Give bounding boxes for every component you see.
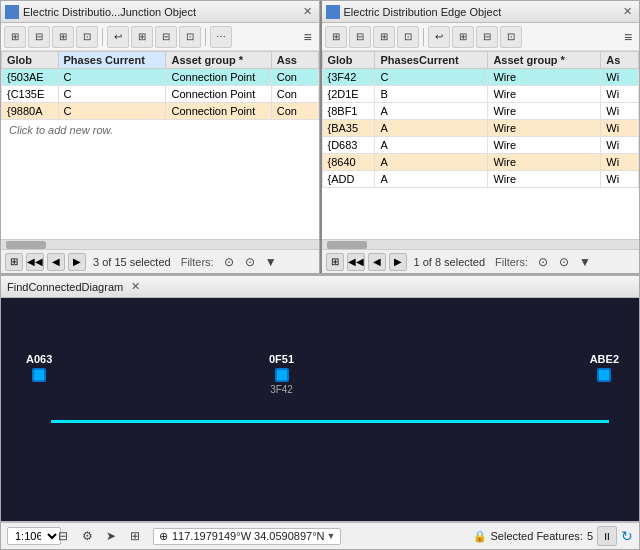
left-cell-asset-1: Connection Point (166, 69, 271, 86)
left-tb-btn-5[interactable]: ↩ (107, 26, 129, 48)
right-row-5[interactable]: {D683 A Wire Wi (322, 137, 639, 154)
navigate-icon[interactable]: ➤ (101, 526, 121, 546)
right-table: Glob PhasesCurrent Asset group * As {3F4… (322, 51, 640, 188)
diagram-panel: FindConnectedDiagram ✕ A063 0F51 3F42 AB… (0, 275, 640, 550)
tools-icon[interactable]: ⚙ (77, 526, 97, 546)
right-panel-close[interactable]: ✕ (620, 5, 635, 18)
bookmark-icon[interactable]: ⊟ (53, 526, 73, 546)
right-tb-menu[interactable]: ≡ (620, 26, 636, 48)
left-cell-ass-1: Con (271, 69, 318, 86)
right-col-ass[interactable]: As (601, 52, 639, 69)
node-0F51-box (275, 368, 289, 382)
left-tb-btn-6[interactable]: ⊞ (131, 26, 153, 48)
diagram-title: FindConnectedDiagram (7, 281, 123, 293)
right-cell-ass-3: Wi (601, 103, 639, 120)
refresh-icon[interactable]: ↻ (621, 528, 633, 544)
left-row-2[interactable]: {C135E C Connection Point Con (2, 86, 319, 103)
right-tb-btn-7[interactable]: ⊟ (476, 26, 498, 48)
right-panel-icon (326, 5, 340, 19)
node-A063[interactable]: A063 (26, 353, 52, 382)
right-panel-title: Electric Distribution Edge Object (344, 6, 621, 18)
right-cell-asset-6: Wire (488, 154, 601, 171)
left-tb-btn-9[interactable]: ⋯ (210, 26, 232, 48)
right-cell-ass-1: Wi (601, 69, 639, 86)
node-ABE2[interactable]: ABE2 (590, 353, 619, 382)
left-row-3[interactable]: {9880A C Connection Point Con (2, 103, 319, 120)
right-col-phases[interactable]: PhasesCurrent (375, 52, 488, 69)
left-view-btn[interactable]: ⊞ (5, 253, 23, 271)
pause-button[interactable]: ⏸ (597, 526, 617, 546)
right-cell-phase-6: A (375, 154, 488, 171)
left-filter-btn-2[interactable]: ⊙ (241, 253, 259, 271)
right-row-2[interactable]: {2D1E B Wire Wi (322, 86, 639, 103)
left-cell-phase-1: C (58, 69, 166, 86)
left-statusbar: ⊞ ◀◀ ◀ ▶ 3 of 15 selected Filters: ⊙ ⊙ ▼ (1, 249, 319, 273)
left-tb-menu[interactable]: ≡ (300, 26, 316, 48)
left-add-row-hint[interactable]: Click to add new row. (1, 120, 319, 140)
right-next-btn[interactable]: ▶ (389, 253, 407, 271)
right-cell-asset-3: Wire (488, 103, 601, 120)
right-view-btn[interactable]: ⊞ (326, 253, 344, 271)
left-panel-close[interactable]: ✕ (300, 5, 315, 18)
left-cell-asset-2: Connection Point (166, 86, 271, 103)
left-tb-btn-2[interactable]: ⊟ (28, 26, 50, 48)
left-cell-glob-2: {C135E (2, 86, 59, 103)
left-row-1[interactable]: {503AE C Connection Point Con (2, 69, 319, 86)
right-tb-btn-2[interactable]: ⊟ (349, 26, 371, 48)
right-tb-btn-4[interactable]: ⊡ (397, 26, 419, 48)
right-row-7[interactable]: {ADD A Wire Wi (322, 171, 639, 188)
right-filter-btn-3[interactable]: ▼ (576, 253, 594, 271)
right-col-glob[interactable]: Glob (322, 52, 375, 69)
left-cell-glob-1: {503AE (2, 69, 59, 86)
right-col-asset[interactable]: Asset group * (488, 52, 601, 69)
right-cell-phase-1: C (375, 69, 488, 86)
left-tb-btn-7[interactable]: ⊟ (155, 26, 177, 48)
left-first-btn[interactable]: ◀◀ (26, 253, 44, 271)
left-panel-title: Electric Distributio...Junction Object (23, 6, 300, 18)
right-prev-btn[interactable]: ◀ (368, 253, 386, 271)
right-first-btn[interactable]: ◀◀ (347, 253, 365, 271)
coord-display[interactable]: ⊕ 117.1979149°W 34.0590897°N ▼ (153, 528, 341, 545)
left-scrollbar[interactable] (1, 239, 319, 249)
node-0F51[interactable]: 0F51 3F42 (269, 353, 294, 395)
left-next-btn[interactable]: ▶ (68, 253, 86, 271)
right-cell-glob-3: {8BF1 (322, 103, 375, 120)
right-tb-btn-5[interactable]: ↩ (428, 26, 450, 48)
left-filter-btn-1[interactable]: ⊙ (220, 253, 238, 271)
right-table-container[interactable]: Glob PhasesCurrent Asset group * As {3F4… (322, 51, 640, 239)
left-tb-btn-3[interactable]: ⊞ (52, 26, 74, 48)
left-tb-sep-1 (102, 28, 103, 46)
right-cell-ass-2: Wi (601, 86, 639, 103)
left-tb-btn-1[interactable]: ⊞ (4, 26, 26, 48)
right-row-1[interactable]: {3F42 C Wire Wi (322, 69, 639, 86)
left-panel-icon (5, 5, 19, 19)
right-cell-ass-7: Wi (601, 171, 639, 188)
diagram-close[interactable]: ✕ (131, 280, 140, 293)
right-row-6[interactable]: {8640 A Wire Wi (322, 154, 639, 171)
right-row-3[interactable]: {8BF1 A Wire Wi (322, 103, 639, 120)
right-filter-btn-1[interactable]: ⊙ (534, 253, 552, 271)
left-tb-btn-4[interactable]: ⊡ (76, 26, 98, 48)
right-tb-btn-1[interactable]: ⊞ (325, 26, 347, 48)
right-row-4[interactable]: {BA35 A Wire Wi (322, 120, 639, 137)
right-tb-btn-8[interactable]: ⊡ (500, 26, 522, 48)
right-filter-btn-2[interactable]: ⊙ (555, 253, 573, 271)
coord-dropdown-icon[interactable]: ▼ (327, 531, 336, 541)
left-col-ass[interactable]: Ass (271, 52, 318, 69)
layer-icon[interactable]: ⊞ (125, 526, 145, 546)
left-col-glob[interactable]: Glob (2, 52, 59, 69)
right-cell-glob-6: {8640 (322, 154, 375, 171)
node-0F51-sublabel: 3F42 (270, 384, 293, 395)
left-cell-asset-3: Connection Point (166, 103, 271, 120)
left-prev-btn[interactable]: ◀ (47, 253, 65, 271)
left-filter-btn-3[interactable]: ▼ (262, 253, 280, 271)
right-statusbar: ⊞ ◀◀ ◀ ▶ 1 of 8 selected Filters: ⊙ ⊙ ▼ (322, 249, 640, 273)
left-col-phases[interactable]: Phases Current (58, 52, 166, 69)
diagram-canvas[interactable]: A063 0F51 3F42 ABE2 (1, 298, 639, 521)
left-tb-btn-8[interactable]: ⊡ (179, 26, 201, 48)
left-col-asset[interactable]: Asset group * (166, 52, 271, 69)
right-tb-btn-3[interactable]: ⊞ (373, 26, 395, 48)
right-tb-btn-6[interactable]: ⊞ (452, 26, 474, 48)
right-scrollbar[interactable] (322, 239, 640, 249)
left-table-container[interactable]: Glob Phases Current Asset group * Ass {5… (1, 51, 319, 239)
